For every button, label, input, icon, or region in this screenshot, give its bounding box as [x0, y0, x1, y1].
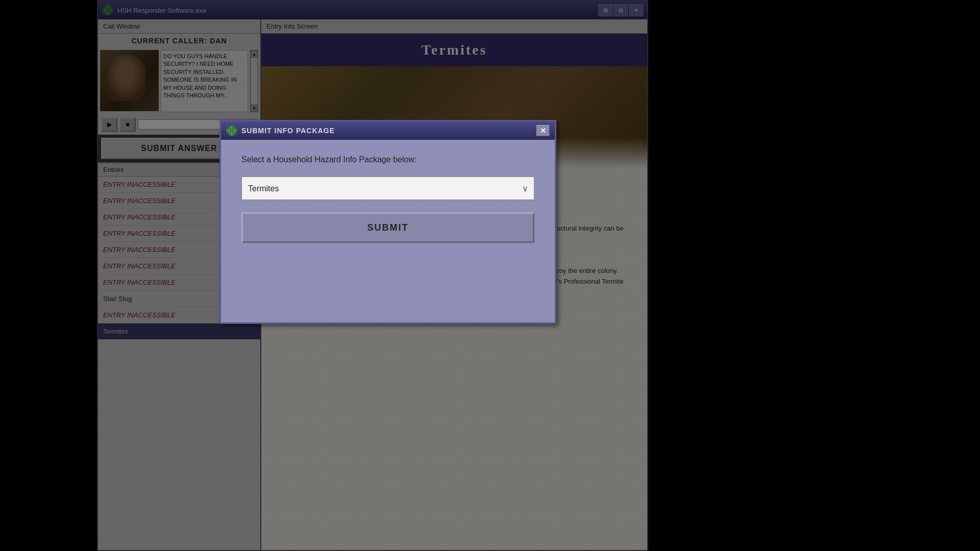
modal-body: Select a Household Hazard Info Package b… [221, 140, 555, 258]
modal-close-button[interactable]: ✕ [536, 125, 550, 136]
modal-description: Select a Household Hazard Info Package b… [241, 155, 534, 164]
hazard-select[interactable]: Termites Stair Slug Other [241, 177, 534, 200]
modal-submit-button[interactable]: SUBMIT [241, 212, 534, 243]
modal-overlay: SUBMIT INFO PACKAGE ✕ Select a Household… [0, 0, 980, 551]
modal-title-left: SUBMIT INFO PACKAGE [226, 125, 335, 136]
modal-icon [226, 125, 237, 136]
modal-title-text: SUBMIT INFO PACKAGE [241, 127, 335, 135]
modal-dialog: SUBMIT INFO PACKAGE ✕ Select a Household… [219, 120, 556, 324]
modal-title-bar: SUBMIT INFO PACKAGE ✕ [221, 121, 555, 140]
select-wrapper: Termites Stair Slug Other ∨ [241, 177, 534, 200]
